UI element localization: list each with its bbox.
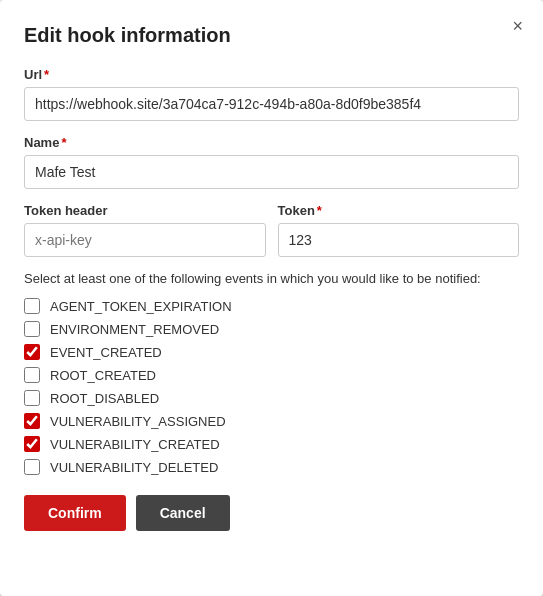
name-required-star: * bbox=[61, 135, 66, 150]
token-label: Token* bbox=[278, 203, 520, 218]
list-item: ROOT_CREATED bbox=[24, 367, 519, 383]
list-item: VULNERABILITY_ASSIGNED bbox=[24, 413, 519, 429]
url-input[interactable] bbox=[24, 87, 519, 121]
button-row: Confirm Cancel bbox=[24, 495, 519, 531]
edit-hook-dialog: Edit hook information × Url* Name* Token… bbox=[0, 0, 543, 596]
event-checkbox-vulnerability_assigned[interactable] bbox=[24, 413, 40, 429]
event-label: ENVIRONMENT_REMOVED bbox=[50, 322, 219, 337]
list-item: ROOT_DISABLED bbox=[24, 390, 519, 406]
event-label: ROOT_CREATED bbox=[50, 368, 156, 383]
url-field-group: Url* bbox=[24, 67, 519, 121]
event-label: AGENT_TOKEN_EXPIRATION bbox=[50, 299, 232, 314]
token-input[interactable] bbox=[278, 223, 520, 257]
token-header-field-group: Token header bbox=[24, 203, 266, 257]
event-label: VULNERABILITY_CREATED bbox=[50, 437, 220, 452]
list-item: EVENT_CREATED bbox=[24, 344, 519, 360]
name-input[interactable] bbox=[24, 155, 519, 189]
event-label: EVENT_CREATED bbox=[50, 345, 162, 360]
token-fields-row: Token header Token* bbox=[24, 203, 519, 257]
event-label: VULNERABILITY_ASSIGNED bbox=[50, 414, 226, 429]
confirm-button[interactable]: Confirm bbox=[24, 495, 126, 531]
event-checkbox-environment_removed[interactable] bbox=[24, 321, 40, 337]
event-label: ROOT_DISABLED bbox=[50, 391, 159, 406]
list-item: ENVIRONMENT_REMOVED bbox=[24, 321, 519, 337]
event-label: VULNERABILITY_DELETED bbox=[50, 460, 218, 475]
list-item: AGENT_TOKEN_EXPIRATION bbox=[24, 298, 519, 314]
url-label: Url* bbox=[24, 67, 519, 82]
name-label: Name* bbox=[24, 135, 519, 150]
event-checkbox-root_disabled[interactable] bbox=[24, 390, 40, 406]
token-field-group: Token* bbox=[278, 203, 520, 257]
token-header-input[interactable] bbox=[24, 223, 266, 257]
url-required-star: * bbox=[44, 67, 49, 82]
list-item: VULNERABILITY_CREATED bbox=[24, 436, 519, 452]
event-checkbox-vulnerability_deleted[interactable] bbox=[24, 459, 40, 475]
event-checkbox-root_created[interactable] bbox=[24, 367, 40, 383]
dialog-title: Edit hook information bbox=[24, 24, 519, 47]
events-description: Select at least one of the following eve… bbox=[24, 271, 519, 286]
cancel-button[interactable]: Cancel bbox=[136, 495, 230, 531]
name-field-group: Name* bbox=[24, 135, 519, 189]
list-item: VULNERABILITY_DELETED bbox=[24, 459, 519, 475]
token-header-label: Token header bbox=[24, 203, 266, 218]
token-required-star: * bbox=[317, 203, 322, 218]
event-checkbox-event_created[interactable] bbox=[24, 344, 40, 360]
event-checkbox-agent_token_expiration[interactable] bbox=[24, 298, 40, 314]
events-list: AGENT_TOKEN_EXPIRATIONENVIRONMENT_REMOVE… bbox=[24, 298, 519, 475]
close-button[interactable]: × bbox=[512, 16, 523, 37]
event-checkbox-vulnerability_created[interactable] bbox=[24, 436, 40, 452]
